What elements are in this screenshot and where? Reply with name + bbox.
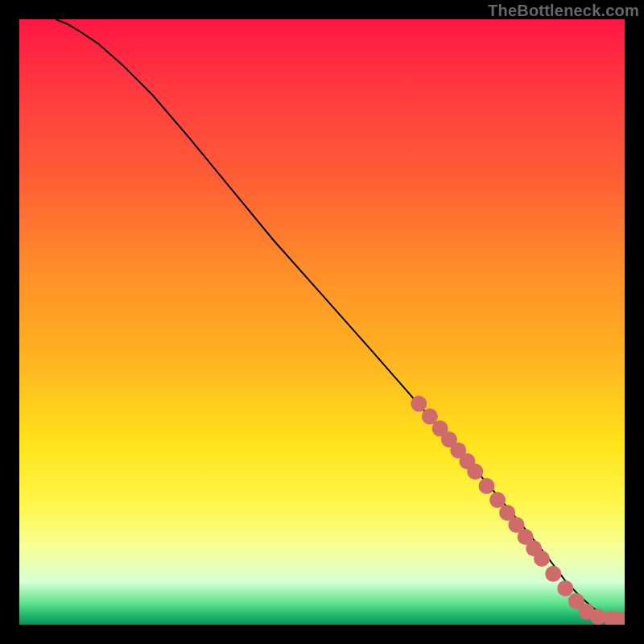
data-dot bbox=[467, 464, 483, 480]
data-dot bbox=[479, 478, 495, 494]
gradient-background bbox=[19, 19, 625, 625]
data-dot bbox=[411, 396, 427, 412]
data-dot bbox=[489, 492, 506, 508]
data-dot bbox=[557, 580, 573, 597]
plot-area bbox=[19, 19, 625, 625]
data-dot bbox=[545, 566, 561, 582]
chart-stage: TheBottleneck.com bbox=[0, 0, 644, 644]
attribution-text: TheBottleneck.com bbox=[488, 2, 639, 20]
chart-svg bbox=[19, 19, 625, 625]
data-dot bbox=[534, 551, 550, 567]
